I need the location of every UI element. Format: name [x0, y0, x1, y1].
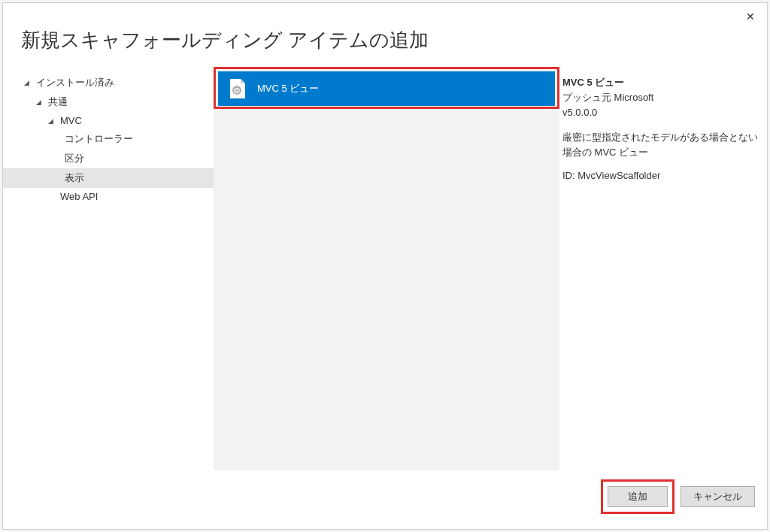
- tree-view[interactable]: 表示: [3, 168, 214, 188]
- tree-webapi[interactable]: Web API: [3, 188, 214, 205]
- svg-text:@: @: [234, 86, 241, 94]
- tree-label: MVC: [60, 115, 82, 126]
- add-button[interactable]: 追加: [608, 486, 668, 507]
- chevron-down-icon: ◢: [24, 79, 33, 86]
- tree-common[interactable]: ◢ 共通: [3, 92, 214, 112]
- annotation-highlight: 追加: [601, 479, 675, 514]
- dialog-title: 新規スキャフォールディング アイテムの追加: [3, 3, 767, 67]
- chevron-down-icon: ◢: [36, 98, 45, 106]
- cancel-button[interactable]: キャンセル: [681, 486, 755, 507]
- tree-label: コントローラー: [65, 132, 133, 146]
- tree-label: 表示: [65, 171, 84, 185]
- detail-description: 厳密に型指定されたモデルがある場合とない場合の MVC ビュー: [562, 130, 758, 159]
- dialog-content: ◢ インストール済み ◢ 共通 ◢ MVC コントローラー 区分 表示: [3, 67, 767, 470]
- tree-label: 区分: [65, 152, 84, 165]
- tree-installed[interactable]: ◢ インストール済み: [3, 73, 214, 92]
- scaffold-dialog: ✕ 新規スキャフォールディング アイテムの追加 ◢ インストール済み ◢ 共通 …: [2, 2, 768, 530]
- tree-label: 共通: [48, 95, 68, 109]
- close-button[interactable]: ✕: [743, 9, 758, 24]
- template-item-label: MVC 5 ビュー: [257, 82, 319, 95]
- detail-version: v5.0.0.0: [562, 106, 758, 119]
- detail-publisher: プッシュ元 Microsoft: [562, 91, 758, 104]
- close-icon: ✕: [746, 11, 755, 23]
- tree-area[interactable]: 区分: [3, 149, 214, 168]
- tree-label: Web API: [60, 191, 98, 202]
- detail-title: MVC 5 ビュー: [562, 76, 758, 89]
- tree-label: インストール済み: [36, 76, 114, 89]
- chevron-down-icon: ◢: [48, 117, 57, 125]
- detail-id: ID: MvcViewScaffolder: [562, 170, 758, 181]
- dialog-footer: 追加 キャンセル: [3, 470, 767, 529]
- template-list: @ MVC 5 ビュー: [214, 67, 559, 470]
- tree-controllers[interactable]: コントローラー: [3, 129, 214, 149]
- category-tree: ◢ インストール済み ◢ 共通 ◢ MVC コントローラー 区分 表示: [3, 67, 214, 470]
- razor-view-icon: @: [229, 79, 245, 98]
- details-pane: MVC 5 ビュー プッシュ元 Microsoft v5.0.0.0 厳密に型指…: [559, 67, 767, 470]
- template-item-mvc5-view[interactable]: @ MVC 5 ビュー: [218, 71, 555, 106]
- tree-mvc[interactable]: ◢ MVC: [3, 112, 214, 129]
